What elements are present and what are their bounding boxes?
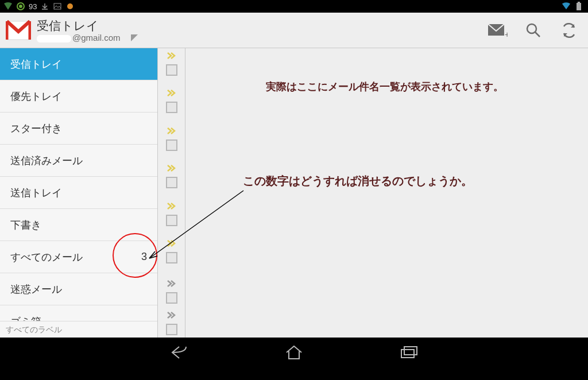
battery-percent: 93 <box>29 2 37 11</box>
folder-item-4[interactable]: 送信トレイ <box>0 177 157 209</box>
svg-rect-13 <box>404 347 417 355</box>
account-email: @gmail.com <box>37 33 121 42</box>
folder-item-3[interactable]: 送信済みメール <box>0 145 157 177</box>
importance-chevron-icon[interactable] <box>167 202 177 210</box>
svg-line-10 <box>535 32 540 37</box>
annotation-text-1: 実際はここにメール件名一覧が表示されています。 <box>266 80 504 94</box>
importance-chevron-icon[interactable] <box>167 311 177 319</box>
message-list-strip <box>158 48 185 338</box>
folder-label: 下書き <box>10 218 41 232</box>
app-dot-icon <box>65 2 75 11</box>
back-button[interactable] <box>162 341 196 364</box>
folder-label: 迷惑メール <box>10 282 62 296</box>
wifi-icon <box>562 2 571 11</box>
status-bar: 93 <box>0 0 588 13</box>
wifi-signal-icon <box>3 2 13 11</box>
folder-item-5[interactable]: 下書き <box>0 209 157 241</box>
message-row[interactable] <box>158 161 185 198</box>
home-button[interactable] <box>277 341 311 364</box>
message-checkbox[interactable] <box>166 64 177 76</box>
importance-chevron-icon[interactable] <box>167 127 177 135</box>
importance-chevron-icon[interactable] <box>167 89 177 97</box>
message-checkbox[interactable] <box>166 324 177 335</box>
app-title-block[interactable]: 受信トレイ @gmail.com <box>37 18 121 42</box>
folder-label: 送信済みメール <box>10 154 83 168</box>
message-row[interactable] <box>158 199 185 236</box>
content-pane: 実際はここにメール件名一覧が表示されています。 この数字はどうすれば消せるのでし… <box>185 48 588 338</box>
folder-item-8[interactable]: ゴミ箱 <box>0 305 157 321</box>
folder-label: 受信トレイ <box>10 57 62 71</box>
message-checkbox[interactable] <box>166 292 177 304</box>
svg-rect-5 <box>578 2 580 3</box>
svg-point-9 <box>527 24 536 33</box>
message-row[interactable] <box>158 86 185 123</box>
spinner-dropdown-icon[interactable] <box>130 33 140 44</box>
battery-status-icon <box>574 2 583 11</box>
folder-item-2[interactable]: スター付き <box>0 113 157 145</box>
download-icon <box>40 2 49 11</box>
svg-point-1 <box>19 5 22 8</box>
all-labels-header[interactable]: すべてのラベル <box>0 321 157 338</box>
message-row[interactable] <box>158 274 185 306</box>
svg-point-3 <box>67 3 73 9</box>
folder-item-7[interactable]: 迷惑メール <box>0 273 157 305</box>
message-checkbox[interactable] <box>166 139 177 151</box>
message-checkbox[interactable] <box>166 102 177 113</box>
recent-apps-button[interactable] <box>392 341 426 364</box>
svg-rect-2 <box>54 3 61 9</box>
battery-icon <box>16 2 25 11</box>
message-checkbox[interactable] <box>166 252 177 263</box>
folder-item-1[interactable]: 優先トレイ <box>0 80 157 113</box>
folder-label: 送信トレイ <box>10 186 62 200</box>
message-row[interactable] <box>158 305 185 338</box>
refresh-button[interactable] <box>556 17 582 44</box>
picture-icon <box>53 2 62 11</box>
system-nav-bar <box>0 338 588 367</box>
svg-rect-12 <box>401 350 414 358</box>
folder-sidebar: 受信トレイ優先トレイスター付き送信済みメール送信トレイ下書きすべてのメール3迷惑… <box>0 48 158 338</box>
search-button[interactable] <box>520 17 547 44</box>
svg-rect-4 <box>577 3 581 10</box>
svg-text:+: + <box>505 30 508 38</box>
importance-chevron-icon[interactable] <box>167 280 177 288</box>
message-row[interactable] <box>158 236 185 273</box>
compose-button[interactable]: + <box>485 17 511 44</box>
folder-label: スター付き <box>10 122 62 135</box>
importance-chevron-icon[interactable] <box>167 52 177 60</box>
gmail-logo-icon <box>5 17 32 44</box>
message-checkbox[interactable] <box>166 215 177 226</box>
folder-label: ゴミ箱 <box>10 315 41 321</box>
folder-label: 優先トレイ <box>10 90 62 103</box>
folder-item-0[interactable]: 受信トレイ <box>0 48 157 80</box>
message-row[interactable] <box>158 48 185 86</box>
folder-label: すべてのメール <box>10 250 83 264</box>
message-row[interactable] <box>158 123 185 161</box>
folder-item-6[interactable]: すべてのメール3 <box>0 241 157 273</box>
folder-count: 3 <box>141 251 147 263</box>
importance-chevron-icon[interactable] <box>167 164 177 172</box>
redacted-name <box>37 35 71 42</box>
importance-chevron-icon[interactable] <box>167 239 177 247</box>
annotation-text-2: この数字はどうすれば消せるのでしょうか。 <box>243 173 473 189</box>
app-bar: 受信トレイ @gmail.com + <box>0 13 588 48</box>
folder-title: 受信トレイ <box>37 18 121 34</box>
message-checkbox[interactable] <box>166 177 177 188</box>
